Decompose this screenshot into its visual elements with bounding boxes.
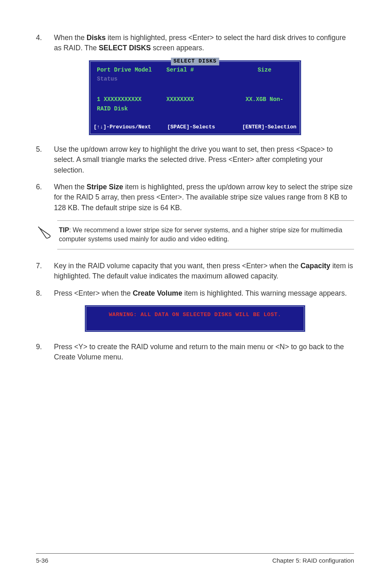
text: When the <box>54 183 87 191</box>
text: screen appears. <box>151 44 204 52</box>
val-port-model: 1 XXXXXXXXXXX <box>97 95 166 103</box>
val-serial: XXXXXXXX <box>166 95 236 103</box>
step-body: Press <Y> to create the RAID volume and … <box>54 342 354 363</box>
text: Press <Enter> when the <box>54 289 133 297</box>
bold-stripe-size: Stripe Size <box>87 183 123 191</box>
step-body: Use the up/down arrow key to highlight t… <box>54 144 354 175</box>
bold-disks: Disks <box>87 34 106 42</box>
step-num: 5. <box>36 144 54 175</box>
step-num: 7. <box>36 261 54 282</box>
bios-title: SELECT DISKS <box>171 58 219 65</box>
hint-enter: [ENTER]-Selection <box>227 123 296 131</box>
text: item is highlighted. This warning messag… <box>182 289 347 297</box>
val-size: XX.XGB Non- <box>236 95 293 103</box>
step-body: Press <Enter> when the Create Volume ite… <box>54 288 354 298</box>
step-8: 8. Press <Enter> when the Create Volume … <box>36 288 354 298</box>
hint-space: [SPACE]-Selects <box>167 123 227 131</box>
tip-callout: TIP: We recommend a lower stripe size fo… <box>36 220 354 249</box>
hint-prev-next: [↑↓]-Previous/Next <box>94 123 167 131</box>
page-number: 5-36 <box>36 556 48 565</box>
step-num: 6. <box>36 182 54 213</box>
col-serial: Serial # <box>166 66 236 74</box>
page-footer: 5-36 Chapter 5: RAID configuration <box>36 553 354 565</box>
step-body: Key in the RAID volume capacity that you… <box>54 261 354 282</box>
bios-data-row: 1 XXXXXXXXXXX XXXXXXXX XX.XGB Non- <box>90 85 300 104</box>
step-6: 6. When the Stripe Size item is highligh… <box>36 182 354 213</box>
chapter-label: Chapter 5: RAID configuration <box>272 556 354 565</box>
step-num: 9. <box>36 342 54 363</box>
col-size: Size <box>236 66 293 74</box>
step-9: 9. Press <Y> to create the RAID volume a… <box>36 342 354 363</box>
text: When the <box>54 34 87 42</box>
pencil-icon <box>36 224 57 245</box>
bold-create-volume: Create Volume <box>133 289 182 297</box>
tip-label: TIP <box>59 227 69 233</box>
step-body: When the Stripe Size item is highlighted… <box>54 182 354 213</box>
step-7: 7. Key in the RAID volume capacity that … <box>36 261 354 282</box>
col-port-model: Port Drive Model <box>97 66 166 74</box>
step-num: 8. <box>36 288 54 298</box>
bold-capacity: Capacity <box>300 262 330 270</box>
bold-select-disks: SELECT DISKS <box>99 44 151 52</box>
bios-raid-label: RAID Disk <box>90 105 300 121</box>
step-5: 5. Use the up/down arrow key to highligh… <box>36 144 354 175</box>
bios-status: Status <box>90 75 300 85</box>
step-body: When the Disks item is highlighted, pres… <box>54 33 354 54</box>
bios-select-disks: SELECT DISKS Port Drive Model Serial # S… <box>89 60 301 135</box>
step-num: 4. <box>36 33 54 54</box>
warning-text: WARNING: ALL DATA ON SELECTED DISKS WILL… <box>109 312 281 318</box>
tip-body: : We recommend a lower stripe size for s… <box>59 227 342 242</box>
tip-text: TIP: We recommend a lower stripe size fo… <box>57 220 354 249</box>
text: Key in the RAID volume capacity that you… <box>54 262 300 270</box>
step-4: 4. When the Disks item is highlighted, p… <box>36 33 354 54</box>
bios-warning: WARNING: ALL DATA ON SELECTED DISKS WILL… <box>85 305 305 332</box>
bios-footer: [↑↓]-Previous/Next [SPACE]-Selects [ENTE… <box>90 121 300 134</box>
